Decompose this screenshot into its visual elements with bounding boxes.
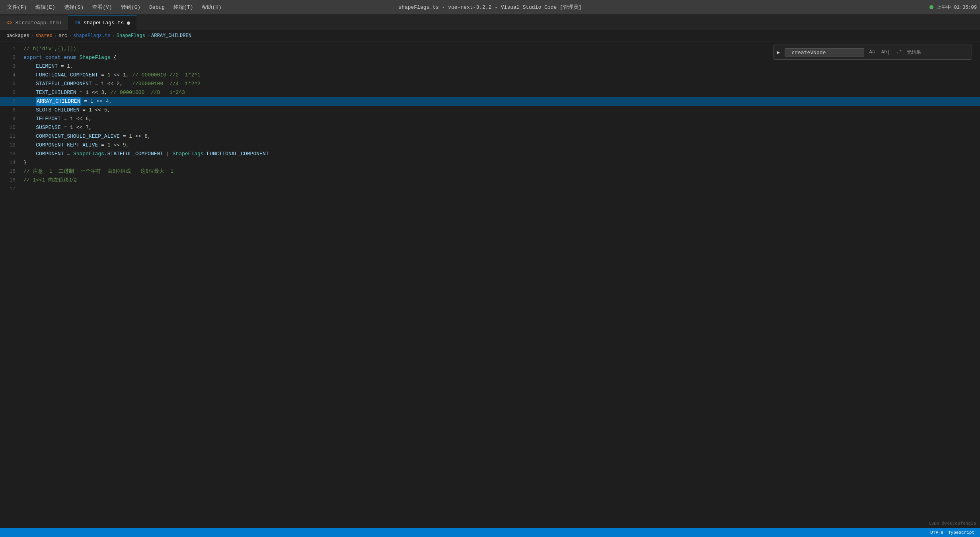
code-line-15: 15 // 注意 1 二进制 一个字符 由8位组成 这8位最大 1 bbox=[0, 167, 980, 176]
line-num-2: 2 bbox=[0, 53, 22, 62]
line-content-8: SLOTS_CHILDREN = 1 << 5, bbox=[22, 106, 980, 115]
find-input[interactable] bbox=[785, 48, 864, 57]
code-line-9: 9 TELEPORT = 1 << 6, bbox=[0, 115, 980, 123]
find-ab-button[interactable]: Ab| bbox=[880, 49, 892, 56]
breadcrumb-file[interactable]: shapeFlags.ts bbox=[73, 33, 111, 39]
ts-icon: TS bbox=[74, 20, 80, 26]
breadcrumb-sep-1: › bbox=[31, 33, 34, 39]
line-content-5: STATEFUL_COMPONENT = 1 << 2, //00000100 … bbox=[22, 80, 980, 88]
code-line-14: 14 } bbox=[0, 158, 980, 167]
menu-edit[interactable]: 编辑(E) bbox=[31, 2, 59, 12]
tab-html-label: 8createApp.html bbox=[15, 20, 62, 26]
breadcrumb-shared[interactable]: shared bbox=[35, 33, 53, 39]
line-content-3: ELEMENT = 1, bbox=[22, 62, 980, 71]
line-num-3: 3 bbox=[0, 62, 22, 71]
editor-area: ▶ Aa Ab| .* 无结果 1 // h('div',{},[]) 2 ex… bbox=[0, 41, 980, 537]
tab-ts-label: shapeFlags.ts bbox=[84, 20, 124, 26]
tab-bar: <> 8createApp.html TS shapeFlags.ts bbox=[0, 14, 980, 30]
menu-help[interactable]: 帮助(H) bbox=[198, 2, 225, 12]
breadcrumb-sep-5: › bbox=[147, 33, 150, 39]
breadcrumb-sep-4: › bbox=[112, 33, 115, 39]
find-result: 无结果 bbox=[907, 49, 921, 56]
code-line-12: 12 COMPONENT_KEPT_ALIVE = 1 << 9, bbox=[0, 141, 980, 150]
menu-file[interactable]: 文件(F) bbox=[3, 2, 31, 12]
online-indicator bbox=[929, 5, 933, 9]
window-title: shapeFlags.ts - vue-next-3.2.2 - Visual … bbox=[398, 4, 581, 11]
line-content-12: COMPONENT_KEPT_ALIVE = 1 << 9, bbox=[22, 141, 980, 150]
status-encoding: UTF-8 bbox=[928, 530, 946, 535]
code-line-5: 5 STATEFUL_COMPONENT = 1 << 2, //0000010… bbox=[0, 80, 980, 88]
line-num-16: 16 bbox=[0, 176, 22, 185]
breadcrumb: packages › shared › src › shapeFlags.ts … bbox=[0, 30, 980, 41]
line-num-11: 11 bbox=[0, 132, 22, 141]
line-num-14: 14 bbox=[0, 158, 22, 167]
line-content-16: // 1<<1 向左位移1位 bbox=[22, 176, 980, 185]
line-num-17: 17 bbox=[0, 185, 22, 193]
line-content-4: FUNCTIONAL_COMPONENT = 1 << 1, // 000000… bbox=[22, 71, 980, 80]
find-aa-button[interactable]: Aa bbox=[867, 49, 876, 56]
code-line-13: 13 COMPONENT = ShapeFlags.STATEFUL_COMPO… bbox=[0, 150, 980, 158]
line-num-8: 8 bbox=[0, 106, 22, 115]
tab-html[interactable]: <> 8createApp.html bbox=[0, 16, 68, 30]
code-line-3: 3 ELEMENT = 1, bbox=[0, 62, 980, 71]
menu-goto[interactable]: 转到(G) bbox=[117, 2, 144, 12]
line-num-13: 13 bbox=[0, 150, 22, 158]
breadcrumb-sep-2: › bbox=[54, 33, 57, 39]
code-line-4: 4 FUNCTIONAL_COMPONENT = 1 << 1, // 0000… bbox=[0, 71, 980, 80]
code-line-6: 6 TEXT_CHILDREN = 1 << 3, // 00001000 //… bbox=[0, 88, 980, 97]
menu-bar[interactable]: 文件(F) 编辑(E) 选择(S) 查看(V) 转到(G) Debug 终端(T… bbox=[3, 2, 226, 12]
line-content-9: TELEPORT = 1 << 6, bbox=[22, 115, 980, 123]
breadcrumb-member[interactable]: ARRAY_CHILDREN bbox=[151, 33, 191, 39]
menu-view[interactable]: 查看(V) bbox=[88, 2, 116, 12]
breadcrumb-src[interactable]: src bbox=[58, 33, 67, 39]
menu-terminal[interactable]: 终端(T) bbox=[170, 2, 197, 12]
line-num-15: 15 bbox=[0, 167, 22, 176]
line-content-11: COMPONENT_SHOULD_KEEP_ALIVE = 1 << 8, bbox=[22, 132, 980, 141]
menu-select[interactable]: 选择(S) bbox=[60, 2, 88, 12]
code-line-17: 17 bbox=[0, 185, 980, 193]
line-content-15: // 注意 1 二进制 一个字符 由8位组成 这8位最大 1 bbox=[22, 167, 980, 176]
code-line-8: 8 SLOTS_CHILDREN = 1 << 5, bbox=[0, 106, 980, 115]
find-regex-button[interactable]: .* bbox=[894, 49, 903, 56]
line-num-10: 10 bbox=[0, 123, 22, 132]
breadcrumb-enum[interactable]: ShapeFlags bbox=[117, 33, 145, 39]
line-content-7: ARRAY_CHILDREN = 1 << 4, bbox=[22, 97, 980, 106]
line-content-6: TEXT_CHILDREN = 1 << 3, // 00001000 //8 … bbox=[22, 88, 980, 97]
html-icon: <> bbox=[6, 20, 12, 26]
line-content-13: COMPONENT = ShapeFlags.STATEFUL_COMPONEN… bbox=[22, 150, 980, 158]
breadcrumb-packages[interactable]: packages bbox=[6, 33, 29, 39]
code-line-10: 10 SUSPENSE = 1 << 7, bbox=[0, 123, 980, 132]
breadcrumb-sep-3: › bbox=[69, 33, 72, 39]
code-editor[interactable]: 1 // h('div',{},[]) 2 export const enum … bbox=[0, 41, 980, 537]
status-time: 上午中 01:35:09 bbox=[937, 4, 977, 11]
title-right-area: 上午中 01:35:09 bbox=[929, 4, 977, 11]
find-panel[interactable]: ▶ Aa Ab| .* 无结果 bbox=[773, 45, 972, 60]
find-collapse-icon[interactable]: ▶ bbox=[777, 49, 780, 56]
line-content-10: SUSPENSE = 1 << 7, bbox=[22, 123, 980, 132]
tab-modified-indicator bbox=[127, 21, 130, 25]
line-num-12: 12 bbox=[0, 141, 22, 150]
line-num-4: 4 bbox=[0, 71, 22, 80]
line-content-17 bbox=[22, 185, 980, 193]
tab-ts[interactable]: TS shapeFlags.ts bbox=[68, 16, 136, 30]
line-num-6: 6 bbox=[0, 88, 22, 97]
title-bar: 文件(F) 编辑(E) 选择(S) 查看(V) 转到(G) Debug 终端(T… bbox=[0, 0, 980, 14]
code-line-11: 11 COMPONENT_SHOULD_KEEP_ALIVE = 1 << 8, bbox=[0, 132, 980, 141]
line-content-14: } bbox=[22, 158, 980, 167]
line-num-5: 5 bbox=[0, 80, 22, 88]
status-lang: TypeScript bbox=[946, 530, 977, 535]
status-bar: UTF-8 TypeScript bbox=[0, 528, 980, 537]
menu-debug[interactable]: Debug bbox=[145, 3, 169, 12]
line-num-7: 7 bbox=[0, 97, 22, 106]
line-num-9: 9 bbox=[0, 115, 22, 123]
watermark: CSDN @youyoufengla bbox=[929, 521, 976, 526]
code-line-7: 7 ARRAY_CHILDREN = 1 << 4, bbox=[0, 97, 980, 106]
line-num-1: 1 bbox=[0, 45, 22, 53]
code-line-16: 16 // 1<<1 向左位移1位 bbox=[0, 176, 980, 185]
